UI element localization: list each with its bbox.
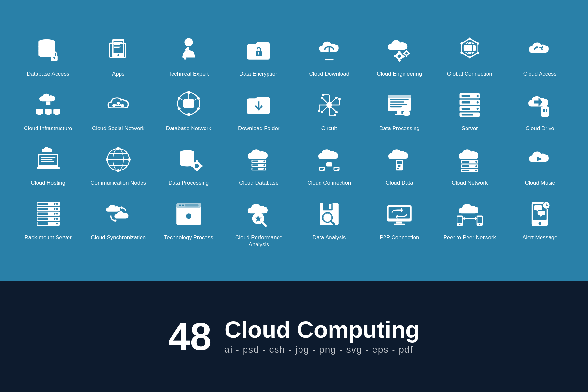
icon-cell-data-analysis: Data Analysis <box>294 193 364 252</box>
data-encryption-label: Data Encryption <box>239 70 278 77</box>
cloud-hosting-icon <box>32 143 64 176</box>
svg-rect-238 <box>394 224 405 225</box>
footer-text-block: Cloud Computing ai - psd - csh - jpg - p… <box>225 318 420 355</box>
svg-point-52 <box>477 42 479 45</box>
svg-rect-186 <box>462 161 469 162</box>
cloud-database-icon <box>243 143 275 176</box>
svg-rect-127 <box>462 108 470 110</box>
peer-to-peer-network-icon <box>454 198 486 230</box>
svg-point-126 <box>476 108 478 110</box>
technical-expert-label: Technical Expert <box>168 70 209 77</box>
cloud-social-network-label: Cloud Social Network <box>92 125 145 132</box>
cloud-synchronization-icon <box>102 198 134 230</box>
svg-line-58 <box>39 105 48 109</box>
svg-point-213 <box>56 223 58 224</box>
svg-rect-250 <box>538 211 545 215</box>
svg-rect-175 <box>333 167 339 171</box>
svg-rect-114 <box>397 111 402 114</box>
svg-rect-165 <box>252 161 258 162</box>
svg-point-78 <box>197 97 200 100</box>
svg-rect-166 <box>252 164 258 166</box>
cloud-database-label: Cloud Database <box>239 180 278 187</box>
svg-rect-137 <box>41 159 52 160</box>
svg-rect-25 <box>258 53 259 55</box>
svg-rect-243 <box>477 217 482 223</box>
svg-rect-174 <box>319 167 325 171</box>
data-analysis-icon <box>313 198 345 230</box>
svg-point-148 <box>106 158 109 161</box>
svg-point-79 <box>197 107 200 110</box>
data-processing-1-icon <box>383 89 415 121</box>
svg-rect-61 <box>36 109 43 114</box>
svg-rect-189 <box>462 165 469 167</box>
footer-subtitle: ai - psd - csh - jpg - png - svg - eps -… <box>225 345 420 355</box>
cloud-network-label: Cloud Network <box>452 180 488 187</box>
svg-point-187 <box>475 161 477 162</box>
svg-rect-15 <box>114 47 120 48</box>
svg-rect-182 <box>397 161 402 164</box>
cloud-download-icon <box>313 34 345 67</box>
svg-rect-208 <box>37 218 48 220</box>
svg-rect-167 <box>252 168 258 170</box>
apps-icon <box>102 34 134 67</box>
icon-cell-alert-message: Alert Message <box>505 193 575 252</box>
icon-cell-database-network: Database Network <box>153 84 224 135</box>
database-access-icon <box>32 34 64 67</box>
technology-process-icon <box>173 198 205 230</box>
rack-mount-server-icon <box>32 198 64 230</box>
p2p-connection-icon <box>383 198 415 230</box>
database-network-icon <box>173 89 205 121</box>
svg-rect-124 <box>462 101 470 103</box>
cloud-performance-analysis-label: Cloud Performance Analysis <box>227 234 291 248</box>
svg-rect-111 <box>390 101 404 103</box>
svg-rect-131 <box>543 105 547 107</box>
technology-process-label: Technology Process <box>164 234 213 241</box>
icon-cell-cloud-social-network: Cloud Social Network <box>83 84 154 135</box>
svg-point-241 <box>459 224 460 225</box>
svg-rect-63 <box>45 109 52 114</box>
svg-point-210 <box>54 218 55 220</box>
icon-cell-cloud-download: Cloud Download <box>294 29 364 81</box>
svg-point-190 <box>475 165 477 167</box>
svg-point-198 <box>54 203 55 205</box>
svg-point-99 <box>318 109 320 112</box>
svg-point-201 <box>56 208 58 210</box>
cloud-synchronization-label: Cloud Synchronization <box>91 234 146 241</box>
svg-point-96 <box>334 114 336 116</box>
svg-rect-158 <box>196 160 198 163</box>
svg-rect-113 <box>390 106 402 107</box>
svg-rect-139 <box>37 167 60 169</box>
icon-cell-technical-expert: Technical Expert <box>153 29 224 81</box>
svg-rect-159 <box>196 169 198 171</box>
apps-label: Apps <box>112 70 125 77</box>
circuit-label: Circuit <box>321 125 337 132</box>
cloud-access-icon <box>524 34 556 67</box>
circuit-icon <box>313 89 345 121</box>
svg-rect-136 <box>41 157 55 158</box>
p2p-connection-label: P2P Connection <box>380 234 419 241</box>
icon-cell-cloud-access: Cloud Access <box>505 29 575 81</box>
database-access-label: Database Access <box>27 70 69 77</box>
svg-point-56 <box>460 42 463 45</box>
cloud-network-icon <box>454 143 486 176</box>
svg-point-29 <box>398 54 401 58</box>
svg-point-206 <box>54 213 55 214</box>
svg-point-80 <box>187 113 190 116</box>
svg-rect-176 <box>326 162 332 167</box>
svg-rect-64 <box>46 114 50 115</box>
svg-point-147 <box>117 169 120 172</box>
icon-cell-p2p-connection: P2P Connection <box>364 193 435 252</box>
svg-rect-218 <box>185 204 198 206</box>
footer: 48 Cloud Computing ai - psd - csh - jpg … <box>0 281 588 392</box>
svg-rect-196 <box>37 203 48 205</box>
data-processing-2-icon <box>173 143 205 176</box>
svg-rect-109 <box>388 95 411 98</box>
svg-point-145 <box>117 147 120 150</box>
svg-point-107 <box>321 111 323 113</box>
cloud-connection-label: Cloud Connection <box>307 180 351 187</box>
svg-rect-248 <box>534 205 542 210</box>
svg-rect-130 <box>541 106 549 117</box>
global-connection-icon <box>454 34 486 67</box>
main-background: Database Access Apps <box>0 0 588 281</box>
icon-cell-circuit: Circuit <box>294 84 364 135</box>
